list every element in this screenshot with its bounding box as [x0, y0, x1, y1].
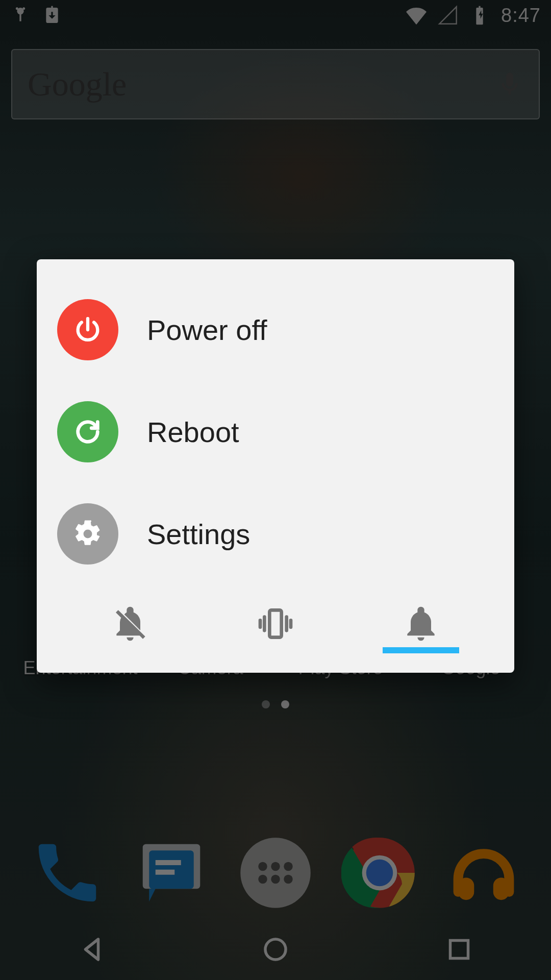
bell-icon — [400, 603, 441, 644]
reboot-label: Reboot — [147, 415, 239, 449]
ringer-active-indicator — [383, 647, 459, 653]
ringer-normal-button[interactable] — [348, 603, 494, 653]
settings-label: Settings — [147, 518, 250, 551]
settings-icon — [57, 503, 118, 565]
reboot-row[interactable]: Reboot — [57, 381, 494, 483]
vibrate-icon — [255, 603, 296, 644]
ringer-vibrate-button[interactable] — [203, 603, 348, 653]
bell-off-icon — [110, 603, 151, 644]
reboot-icon — [57, 401, 118, 462]
svg-rect-20 — [269, 610, 281, 637]
power-off-label: Power off — [147, 313, 267, 347]
settings-row[interactable]: Settings — [57, 483, 494, 585]
power-off-icon — [57, 299, 118, 360]
power-off-row[interactable]: Power off — [57, 279, 494, 381]
ringer-mode-row — [57, 590, 494, 667]
ringer-silent-button[interactable] — [57, 603, 203, 653]
power-menu-dialog: Power off Reboot Settings — [37, 259, 514, 673]
